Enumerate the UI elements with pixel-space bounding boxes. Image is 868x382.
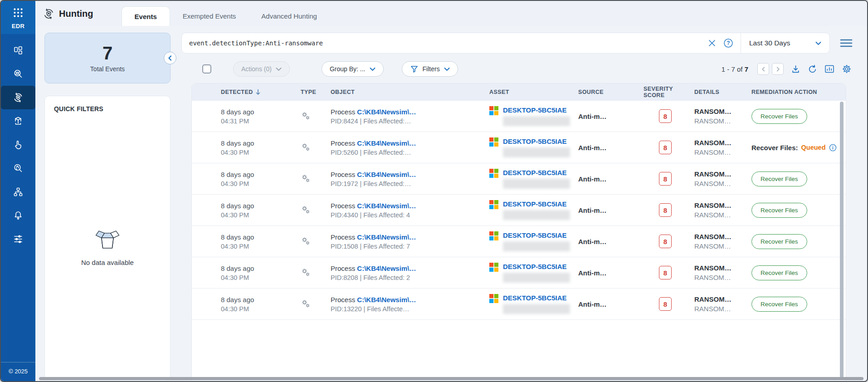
prev-page-button[interactable] <box>757 63 769 75</box>
object-path-link[interactable]: C:\KB4\Newsim\… <box>357 108 416 116</box>
severity-cell: 8 <box>644 266 694 279</box>
gear-icon[interactable] <box>842 64 852 74</box>
recover-files-button[interactable]: Recover Files <box>751 297 807 312</box>
event-row[interactable]: 8 days ago04:30 PMProcess C:\KB4\Newsim\… <box>192 195 846 226</box>
sidebar-item-assets[interactable] <box>1 109 35 133</box>
sidebar-item-hunting[interactable] <box>1 86 35 109</box>
column-header-asset[interactable]: ASSET <box>489 89 578 95</box>
sidebar-item-forensics[interactable] <box>1 157 35 180</box>
page-title: Hunting <box>59 9 93 19</box>
horizontal-scrollbar[interactable] <box>39 377 863 380</box>
search-query-input[interactable]: event.detectionType:Anti-ransomware <box>189 39 708 47</box>
chevron-left-icon <box>761 67 766 72</box>
empty-box-icon <box>92 228 123 252</box>
object-type-label: Process <box>331 296 357 304</box>
sidebar-item-settings[interactable] <box>1 227 35 251</box>
object-path-link[interactable]: C:\KB4\Newsim\… <box>357 202 416 210</box>
actions-button[interactable]: Actions (0) <box>233 61 290 77</box>
severity-badge: 8 <box>659 109 672 123</box>
event-row[interactable]: 8 days ago04:30 PMProcess C:\KB4\Newsim\… <box>192 163 846 195</box>
collapse-panel-button[interactable] <box>164 52 176 64</box>
type-cell <box>301 299 331 310</box>
column-header-object[interactable]: OBJECT <box>331 89 489 95</box>
asset-name-link[interactable]: DESKTOP-5BC5IAE <box>503 200 570 208</box>
details-main: RANSOM… <box>694 233 748 240</box>
clear-search-icon[interactable] <box>708 39 716 47</box>
severity-badge: 8 <box>659 172 672 186</box>
column-header-type[interactable]: TYPE <box>301 89 331 95</box>
details-main: RANSOM… <box>694 264 748 272</box>
event-row[interactable]: 8 days ago04:31 PMProcess C:\KB4\Newsim\… <box>192 101 846 132</box>
column-header-source[interactable]: SOURCE <box>578 89 644 95</box>
asset-cell: DESKTOP-5BC5IAE <box>489 169 578 189</box>
asset-name-link[interactable]: DESKTOP-5BC5IAE <box>503 106 570 114</box>
column-header-severity-score[interactable]: SEVERITY SCORE <box>644 86 694 98</box>
recover-files-button[interactable]: Recover Files <box>751 171 807 186</box>
severity-badge: 8 <box>659 266 672 279</box>
chart-icon[interactable] <box>824 64 834 73</box>
download-icon[interactable] <box>791 64 800 74</box>
severity-badge: 8 <box>659 235 672 248</box>
recover-files-button[interactable]: Recover Files <box>751 265 807 280</box>
event-row[interactable]: 8 days ago04:30 PMProcess C:\KB4\Newsim\… <box>192 132 846 163</box>
sidebar-item-topology[interactable] <box>1 180 35 204</box>
app-window: EDR © 2025 Hunting Events Exempted Event… <box>0 0 868 382</box>
recover-files-button[interactable]: Recover Files <box>751 203 807 218</box>
sidebar-item-dashboard[interactable] <box>1 39 35 62</box>
sidebar-item-response[interactable] <box>1 133 35 157</box>
asset-cell: DESKTOP-5BC5IAE <box>489 106 578 126</box>
event-row[interactable]: 8 days ago04:30 PMProcess C:\KB4\Newsim\… <box>192 226 846 257</box>
time-range-dropdown[interactable]: Last 30 Days <box>741 33 829 53</box>
app-switcher[interactable]: EDR <box>1 1 35 34</box>
asset-name-link[interactable]: DESKTOP-5BC5IAE <box>503 137 570 145</box>
object-path-link[interactable]: C:\KB4\Newsim\… <box>357 139 416 147</box>
column-header-remediation-action[interactable]: REMEDIATION ACTION <box>751 89 846 95</box>
summary-column: 7 Total Events QUICK FILTERS No data ava… <box>44 33 171 381</box>
object-type-label: Process <box>331 171 357 178</box>
tab-exempted-events[interactable]: Exempted Events <box>170 6 249 26</box>
object-title: Process C:\KB4\Newsim\… <box>331 233 486 241</box>
object-path-link[interactable]: C:\KB4\Newsim\… <box>357 264 416 272</box>
event-row[interactable]: 8 days ago04:30 PMProcess C:\KB4\Newsim\… <box>192 257 846 289</box>
asset-name-link[interactable]: DESKTOP-5BC5IAE <box>503 263 570 270</box>
object-type-label: Process <box>331 233 357 241</box>
tab-advanced-hunting[interactable]: Advanced Hunting <box>249 6 330 26</box>
object-path-link[interactable]: C:\KB4\Newsim\… <box>357 233 416 241</box>
help-icon[interactable]: ? <box>723 38 733 48</box>
sidebar-item-threat-search[interactable] <box>1 62 35 86</box>
asset-name-link[interactable]: DESKTOP-5BC5IAE <box>503 294 570 302</box>
detected-relative: 8 days ago <box>221 202 297 210</box>
refresh-icon[interactable] <box>808 64 817 74</box>
info-icon[interactable] <box>829 144 837 152</box>
title-block: Hunting <box>43 8 93 26</box>
tab-events[interactable]: Events <box>122 6 170 26</box>
next-page-button[interactable] <box>772 63 784 75</box>
filters-button[interactable]: Filters <box>402 61 458 77</box>
object-path-link[interactable]: C:\KB4\Newsim\… <box>357 296 416 304</box>
asset-user-redacted <box>503 210 570 220</box>
detected-time: 04:31 PM <box>221 118 297 125</box>
menu-icon[interactable] <box>840 39 853 48</box>
object-path-link[interactable]: C:\KB4\Newsim\… <box>357 171 416 178</box>
object-cell: Process C:\KB4\Newsim\…PID:1972 | Files … <box>331 171 489 187</box>
group-by-button[interactable]: Group By: ... <box>322 61 384 77</box>
severity-cell: 8 <box>644 172 694 186</box>
severity-badge: 8 <box>659 203 672 217</box>
severity-cell: 8 <box>644 109 694 123</box>
vertical-scrollbar[interactable] <box>840 102 844 378</box>
event-row[interactable]: 8 days ago04:30 PMProcess C:\KB4\Newsim\… <box>192 289 846 320</box>
recover-files-button[interactable]: Recover Files <box>751 109 807 124</box>
column-header-details[interactable]: DETAILS <box>694 89 751 95</box>
remediation-cell: Recover Files:Queued <box>751 144 846 152</box>
column-header-detected[interactable]: DETECTED <box>221 89 301 95</box>
asset-name-link[interactable]: DESKTOP-5BC5IAE <box>503 169 570 176</box>
asset-name-link[interactable]: DESKTOP-5BC5IAE <box>503 231 570 239</box>
select-all-checkbox[interactable] <box>202 64 211 73</box>
hunting-shield-icon <box>43 8 55 20</box>
remediation-cell: Recover Files <box>751 234 846 249</box>
windows-logo-icon <box>489 200 498 220</box>
sidebar-item-notifications[interactable] <box>1 204 35 227</box>
recover-files-button[interactable]: Recover Files <box>751 234 807 249</box>
hunting-icon <box>13 92 24 103</box>
app-grid-icon[interactable] <box>12 7 24 19</box>
